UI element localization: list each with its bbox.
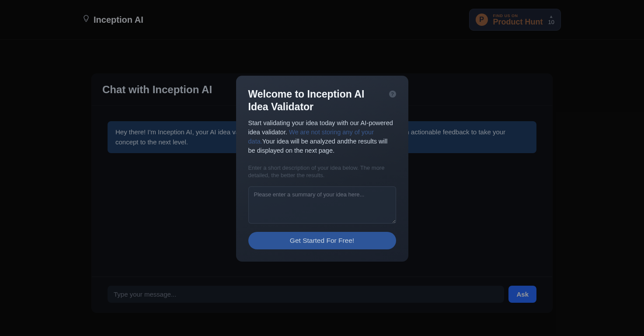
get-started-button[interactable]: Get Started For Free! [248, 232, 396, 249]
modal-title: Welcome to Inception AI Idea Validator [248, 88, 385, 113]
help-icon[interactable]: ? [389, 91, 396, 98]
welcome-modal: Welcome to Inception AI Idea Validator ?… [236, 76, 408, 262]
modal-header: Welcome to Inception AI Idea Validator ? [248, 88, 396, 113]
idea-textarea[interactable] [248, 186, 396, 224]
modal-overlay: Welcome to Inception AI Idea Validator ?… [0, 0, 644, 336]
modal-desc-part2: Your idea will be analyzed andthe result… [248, 138, 388, 154]
modal-subtext: Enter a short description of your idea b… [248, 164, 396, 179]
modal-description: Start validating your idea today with ou… [248, 119, 396, 155]
